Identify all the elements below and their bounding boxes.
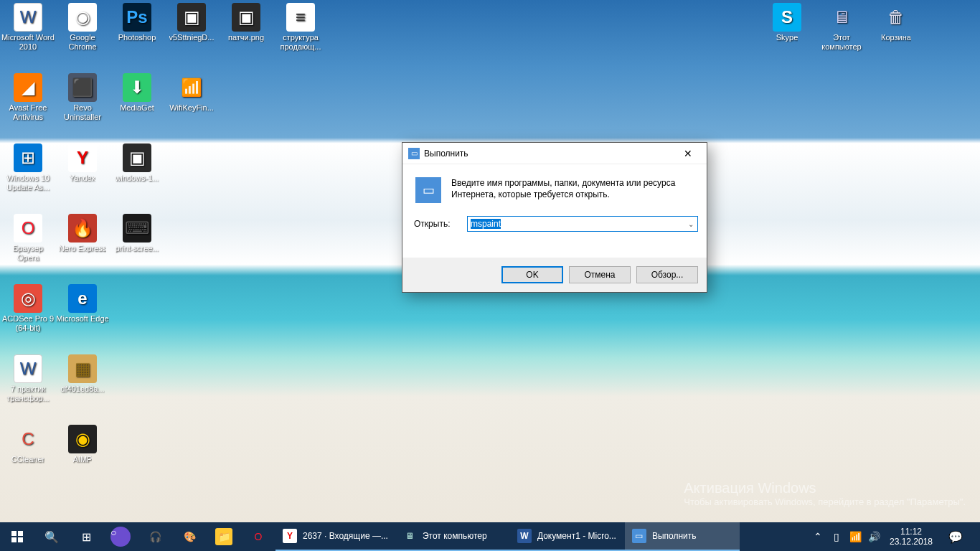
run-input[interactable]: [468, 217, 684, 231]
tray-wifi-icon[interactable]: 📶: [847, 522, 864, 551]
task-view-button[interactable]: ⊞: [69, 522, 103, 551]
desktop-icon[interactable]: W7 практик трансфор...: [1, 354, 55, 403]
icon-label: MediaGet: [120, 103, 154, 113]
desktop-icon[interactable]: CCCleaner: [1, 425, 55, 464]
desktop-icon[interactable]: 🔥Nero Express: [56, 214, 109, 253]
app-icon: O: [14, 214, 42, 242]
taskbar-app-button[interactable]: Y2637 · Входящие —...: [275, 522, 395, 551]
app-icon: 🖥: [827, 3, 856, 32]
icon-label: Microsoft Word 2010: [1, 33, 55, 52]
desktop-icon[interactable]: ◉AIMP: [56, 425, 109, 464]
app-icon: Ps: [123, 3, 151, 32]
desktop-icon[interactable]: eMicrosoft Edge: [56, 284, 109, 324]
icon-label: df401ed8a...: [60, 385, 104, 394]
icon-label: Yandex: [70, 174, 96, 183]
clock-date: 23.12.2018: [890, 537, 933, 547]
activation-watermark: Активация Windows Чтобы активировать Win…: [684, 480, 966, 508]
desktop-icon[interactable]: ▣windows-1...: [110, 143, 164, 183]
icon-label: 7 практик трансфор...: [1, 385, 55, 403]
icon-label: структура продающ...: [274, 33, 327, 52]
desktop-icon[interactable]: ⬇MediaGet: [110, 73, 164, 113]
desktop-icon[interactable]: ▣патчи.png: [220, 3, 273, 42]
icon-label: Microsoft Edge: [56, 314, 108, 324]
app-icon: 📶: [177, 73, 206, 102]
desktop-icon[interactable]: OБраузер Opera: [1, 214, 55, 263]
taskbar-app-label: Этот компьютер: [423, 531, 487, 541]
pin-headphones[interactable]: 🎧: [138, 522, 172, 551]
close-icon[interactable]: ✕: [674, 143, 702, 164]
watermark-title: Активация Windows: [684, 480, 966, 496]
desktop-icon[interactable]: ⊞Windows 10 Update As...: [1, 143, 55, 192]
run-titlebar[interactable]: ▭ Выполнить ✕: [402, 143, 707, 164]
desktop-icon[interactable]: ◉Google Chrome: [56, 3, 109, 52]
taskbar: 🔍 ⊞ ○ 🎧 🎨 📁 O Y2637 · Входящие —...🖥Этот…: [0, 522, 980, 551]
taskbar-app-button[interactable]: WДокумент1 - Micro...: [510, 522, 625, 551]
desktop-icon[interactable]: ⌨print-scree...: [110, 214, 164, 253]
app-icon: ▣: [123, 143, 151, 172]
svg-rect-1: [18, 531, 23, 536]
taskbar-app-button[interactable]: ▭Выполнить: [625, 522, 740, 551]
app-icon: ⊞: [14, 143, 42, 172]
app-icon: ⬇: [123, 73, 151, 102]
icon-label: Этот компьютер: [815, 33, 868, 52]
desktop-icon[interactable]: 🖥Этот компьютер: [815, 3, 868, 52]
ok-button[interactable]: OK: [501, 266, 563, 283]
icon-label: патчи.png: [228, 33, 264, 42]
desktop-icon[interactable]: SSkype: [760, 3, 814, 42]
desktop-icon[interactable]: PsPhotoshop: [110, 3, 164, 42]
svg-rect-2: [11, 537, 17, 542]
icon-label: Браузер Opera: [1, 244, 55, 263]
icon-label: AIMP: [73, 455, 93, 464]
app-icon: W: [14, 3, 42, 32]
app-icon: ◢: [14, 73, 42, 102]
desktop-icon[interactable]: 📶WifiKeyFin...: [165, 73, 218, 113]
icon-label: Google Chrome: [56, 33, 109, 52]
taskbar-app-label: Документ1 - Micro...: [537, 531, 616, 541]
app-icon: ⬛: [68, 73, 97, 102]
desktop-icon[interactable]: ▣v5SttniegD...: [165, 3, 218, 42]
tray-battery-icon[interactable]: ▯: [828, 522, 845, 551]
run-open-label: Открыть:: [414, 219, 460, 229]
start-button[interactable]: [0, 522, 34, 551]
app-icon: C: [14, 425, 42, 453]
desktop-icon[interactable]: WMicrosoft Word 2010: [1, 3, 55, 52]
icon-label: Skype: [776, 33, 798, 42]
desktop-icon[interactable]: 🗑Корзина: [870, 3, 923, 42]
cortana-button[interactable]: ○: [110, 527, 131, 547]
cancel-button[interactable]: Отмена: [569, 266, 631, 283]
app-icon: Y: [68, 143, 97, 172]
desktop-icon[interactable]: ▦df401ed8a...: [56, 354, 109, 394]
action-center-icon[interactable]: 💬: [940, 530, 971, 544]
run-icon: ▭: [408, 148, 420, 159]
app-icon: S: [773, 3, 801, 32]
tray-chevron-up-icon[interactable]: ⌃: [809, 522, 826, 551]
pin-opera[interactable]: O: [241, 522, 275, 551]
chevron-down-icon[interactable]: ⌄: [684, 217, 697, 231]
desktop-icon[interactable]: ≡структура продающ...: [274, 3, 327, 52]
desktop-icon[interactable]: ◢Avast Free Antivirus: [1, 73, 55, 122]
taskbar-app-icon: W: [517, 529, 532, 543]
icon-label: Photoshop: [118, 33, 156, 42]
tray-volume-icon[interactable]: 🔊: [865, 522, 882, 551]
app-icon: ⌨: [123, 214, 151, 242]
search-button[interactable]: 🔍: [34, 522, 69, 551]
desktop-icon[interactable]: ⬛Revo Uninstaller: [56, 73, 109, 122]
run-combobox[interactable]: ⌄: [467, 216, 698, 232]
desktop-icon[interactable]: ◎ACDSee Pro 9 (64-bit): [1, 284, 55, 333]
app-icon: 🔥: [68, 214, 97, 242]
icon-label: Avast Free Antivirus: [1, 103, 55, 122]
desktop-icon[interactable]: YYandex: [56, 143, 109, 183]
taskbar-app-button[interactable]: 🖥Этот компьютер: [395, 522, 510, 551]
watermark-line: Чтобы активировать Windows, перейдите в …: [684, 496, 966, 508]
pin-paint[interactable]: 🎨: [172, 522, 207, 551]
icon-label: Revo Uninstaller: [56, 103, 109, 122]
pin-file-explorer[interactable]: 📁: [207, 522, 241, 551]
system-tray: ⌃ ▯ 📶 🔊 11:12 23.12.2018 💬: [809, 522, 980, 551]
icon-label: windows-1...: [115, 174, 159, 183]
taskbar-clock[interactable]: 11:12 23.12.2018: [884, 527, 938, 547]
taskbar-app-icon: Y: [283, 529, 297, 543]
icon-label: v5SttniegD...: [169, 33, 215, 42]
run-body-icon: ▭: [415, 177, 441, 203]
icon-label: WifiKeyFin...: [169, 103, 214, 113]
browse-button[interactable]: Обзор...: [636, 266, 698, 283]
